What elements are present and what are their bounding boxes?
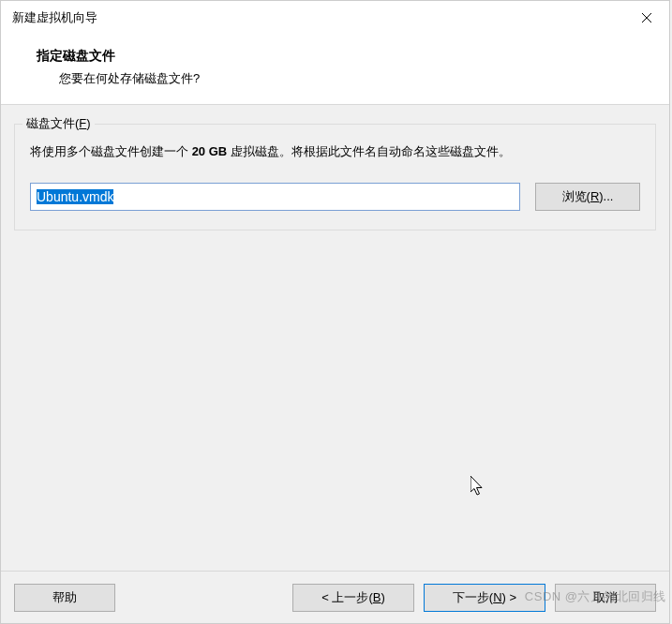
back-button[interactable]: < 上一步(B) xyxy=(292,584,414,612)
group-description: 将使用多个磁盘文件创建一个 20 GB 虚拟磁盘。将根据此文件名自动命名这些磁盘… xyxy=(30,141,640,162)
close-button[interactable] xyxy=(624,1,669,35)
group-label: 磁盘文件(F) xyxy=(22,115,95,132)
page-subtitle: 您要在何处存储磁盘文件? xyxy=(37,70,658,87)
button-bar: 帮助 < 上一步(B) 下一步(N) > 取消 xyxy=(1,571,669,623)
browse-button[interactable]: 浏览(R)... xyxy=(535,183,640,211)
cancel-button[interactable]: 取消 xyxy=(555,584,656,612)
titlebar: 新建虚拟机向导 xyxy=(1,1,669,35)
cursor-icon xyxy=(470,476,487,501)
wizard-dialog: 新建虚拟机向导 指定磁盘文件 您要在何处存储磁盘文件? 磁盘文件(F) 将使用多… xyxy=(0,0,670,624)
content-area: 磁盘文件(F) 将使用多个磁盘文件创建一个 20 GB 虚拟磁盘。将根据此文件名… xyxy=(1,104,669,571)
close-icon xyxy=(641,12,652,23)
page-title: 指定磁盘文件 xyxy=(37,48,658,65)
window-title: 新建虚拟机向导 xyxy=(12,9,97,26)
disk-file-input[interactable] xyxy=(30,183,520,211)
header-section: 指定磁盘文件 您要在何处存储磁盘文件? xyxy=(1,35,669,104)
help-button[interactable]: 帮助 xyxy=(14,584,115,612)
disk-file-group: 磁盘文件(F) 将使用多个磁盘文件创建一个 20 GB 虚拟磁盘。将根据此文件名… xyxy=(14,124,656,230)
file-row: 浏览(R)... xyxy=(30,183,640,211)
next-button[interactable]: 下一步(N) > xyxy=(424,584,545,612)
